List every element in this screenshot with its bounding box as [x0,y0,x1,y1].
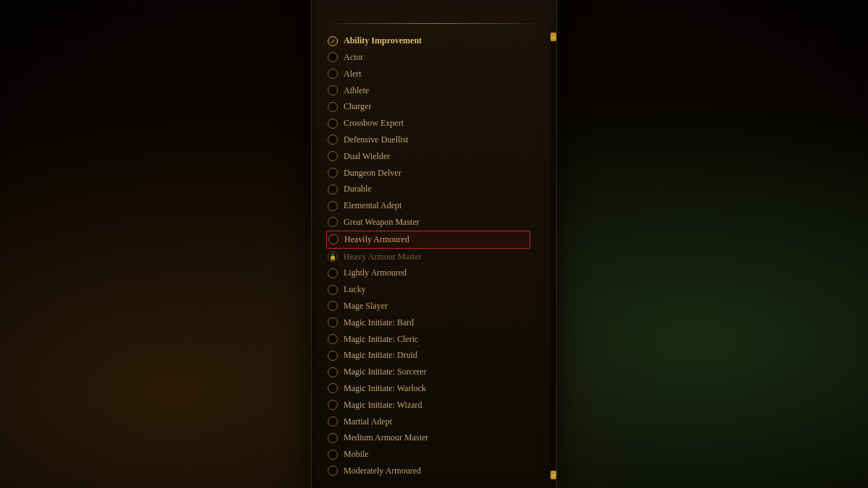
feat-label-mobile: Mobile [344,448,369,461]
feat-label-magic-initiate-druid: Magic Initiate: Druid [344,349,417,361]
panel-divider [324,23,544,24]
feat-item-durable[interactable]: Durable [326,181,530,197]
feat-item-crossbow-expert[interactable]: Crossbow Expert [326,115,530,132]
feat-label-magic-initiate-warlock: Magic Initiate: Warlock [344,382,426,395]
feat-item-actor[interactable]: Actor [326,49,530,66]
feat-label-dual-wielder: Dual Wielder [344,150,390,163]
feat-label-defensive-duellist: Defensive Duellist [344,134,409,146]
feat-icon-magic-initiate-sorcerer [328,367,338,377]
feat-label-magic-initiate-cleric: Magic Initiate: Cleric [344,333,418,346]
feat-icon-heavily-armoured [328,234,339,244]
feat-list: Ability ImprovementActorAlertAthleteChar… [326,33,542,479]
feat-item-magic-initiate-wizard[interactable]: Magic Initiate: Wizard [326,397,530,414]
feat-icon-ability-improvement [328,36,338,46]
feat-item-magic-initiate-druid[interactable]: Magic Initiate: Druid [326,347,530,364]
feat-item-alert[interactable]: Alert [326,66,530,82]
feat-item-charger[interactable]: Charger [326,98,530,115]
feat-icon-defensive-duellist [328,134,338,145]
feat-item-mage-slayer[interactable]: Mage Slayer [326,298,530,314]
feat-label-mage-slayer: Mage Slayer [344,300,388,312]
feat-selection-panel: ✦ Ability ImprovementActorAlertAthleteCh… [311,0,557,488]
feat-icon-charger [328,102,338,112]
feat-icon-mobile [328,450,338,460]
feat-label-actor: Actor [344,51,363,64]
feat-icon-medium-armour-master [328,433,338,443]
feat-icon-dual-wielder [328,151,338,161]
feat-label-martial-adept: Martial Adept [344,416,392,428]
feat-icon-magic-initiate-bard [328,317,338,328]
feat-item-magic-initiate-bard[interactable]: Magic Initiate: Bard [326,314,530,331]
feat-label-magic-initiate-sorcerer: Magic Initiate: Sorcerer [344,366,427,378]
feat-item-lucky[interactable]: Lucky [326,281,530,298]
feat-item-heavily-armoured[interactable]: Heavily Armoured [326,231,530,249]
feat-icon-athlete [328,85,338,95]
feat-icon-alert [328,69,338,79]
feat-icon-martial-adept [328,416,338,427]
feat-icon-magic-initiate-cleric [328,334,338,344]
feat-item-great-weapon-master[interactable]: Great Weapon Master [326,214,530,231]
feat-item-lightly-armoured[interactable]: Lightly Armoured [326,265,530,281]
scrollbar-top-arrow[interactable] [550,33,556,41]
feat-item-magic-initiate-sorcerer[interactable]: Magic Initiate: Sorcerer [326,364,530,380]
feat-icon-elemental-adept [328,201,338,211]
feat-item-dungeon-delver[interactable]: Dungeon Delver [326,165,530,181]
feat-label-charger: Charger [344,100,371,113]
feat-label-great-weapon-master: Great Weapon Master [344,216,420,228]
feat-icon-magic-initiate-warlock [328,383,338,393]
feat-icon-magic-initiate-druid [328,351,338,361]
feat-item-magic-initiate-cleric[interactable]: Magic Initiate: Cleric [326,331,530,348]
feat-item-mobile[interactable]: Mobile [326,446,530,463]
feat-label-elemental-adept: Elemental Adept [344,200,401,212]
feat-item-moderately-armoured[interactable]: Moderately Armoured [326,463,530,479]
feat-icon-crossbow-expert [328,119,338,129]
feat-icon-durable [328,184,338,194]
feat-icon-lucky [328,285,338,295]
feat-label-moderately-armoured: Moderately Armoured [344,465,421,477]
feat-label-medium-armour-master: Medium Armour Master [344,432,428,444]
feat-icon-magic-initiate-wizard [328,400,338,410]
feat-icon-moderately-armoured [328,466,338,476]
feat-icon-lightly-armoured [328,268,338,278]
feat-label-ability-improvement: Ability Improvement [344,35,422,47]
feat-item-dual-wielder[interactable]: Dual Wielder [326,148,530,165]
feat-item-medium-armour-master[interactable]: Medium Armour Master [326,429,530,446]
feat-label-heavily-armoured: Heavily Armoured [344,234,409,246]
feat-item-martial-adept[interactable]: Martial Adept [326,414,530,430]
feat-icon-actor [328,52,338,62]
feat-item-athlete[interactable]: Athlete [326,82,530,99]
feat-label-crossbow-expert: Crossbow Expert [344,117,404,129]
feat-label-lightly-armoured: Lightly Armoured [344,267,407,279]
feat-label-lucky: Lucky [344,283,366,296]
feat-icon-dungeon-delver [328,168,338,178]
feat-icon-mage-slayer [328,301,338,311]
feat-item-elemental-adept[interactable]: Elemental Adept [326,197,530,214]
feat-label-heavy-armour-master: Heavy Armour Master [344,251,422,263]
feat-label-dungeon-delver: Dungeon Delver [344,167,401,179]
feat-label-durable: Durable [344,183,372,195]
feat-label-magic-initiate-bard: Magic Initiate: Bard [344,317,414,329]
feat-item-ability-improvement[interactable]: Ability Improvement [326,33,530,49]
feat-label-magic-initiate-wizard: Magic Initiate: Wizard [344,399,422,411]
feat-item-magic-initiate-warlock[interactable]: Magic Initiate: Warlock [326,380,530,397]
scrollbar-bottom-arrow[interactable] [550,471,556,479]
scrollbar-track[interactable] [550,33,556,479]
feat-label-alert: Alert [344,68,362,80]
feat-item-heavy-armour-master[interactable]: Heavy Armour Master [326,249,530,265]
panel-ornament-top: ✦ [426,0,443,5]
feat-icon-heavy-armour-master [328,252,338,262]
feat-icon-great-weapon-master [328,217,338,227]
feat-item-defensive-duellist[interactable]: Defensive Duellist [326,132,530,148]
feat-list-container: Ability ImprovementActorAlertAthleteChar… [312,33,556,479]
feat-label-athlete: Athlete [344,85,369,97]
